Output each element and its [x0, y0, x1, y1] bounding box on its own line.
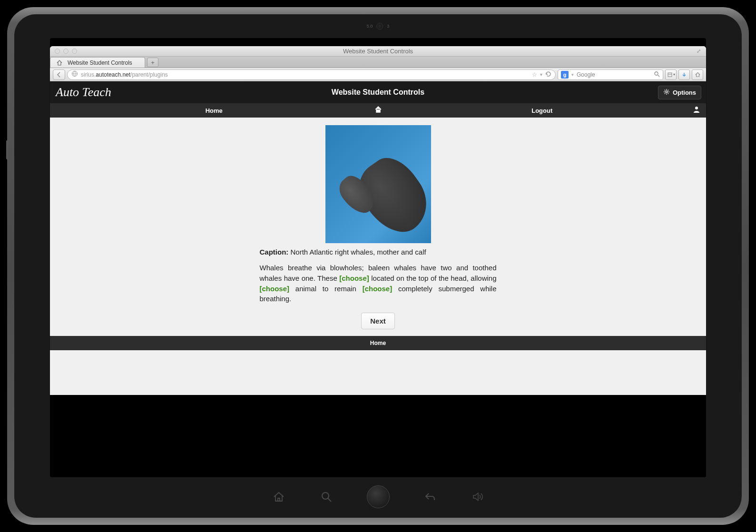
toolbar-menu-button[interactable]: ▾ — [665, 69, 677, 80]
page-title: Website Student Controls — [50, 88, 706, 97]
footer-home-link[interactable]: Home — [370, 340, 386, 346]
tablet-home-icon[interactable] — [272, 490, 286, 504]
browser-tab[interactable]: Website Student Controls — [50, 57, 145, 68]
app-header: Auto Teach Website Student Controls Opti… — [50, 81, 706, 103]
url-text: sirius.autoteach.net/parent/plugins — [81, 71, 529, 78]
tab-favicon — [56, 59, 63, 66]
tablet-frame: 5.0 3 Website Student Controls ⤢ — [7, 7, 749, 525]
search-placeholder: Google — [577, 71, 651, 78]
caption-label: Caption: — [260, 248, 289, 256]
lesson-image — [325, 125, 431, 243]
svg-line-2 — [658, 75, 660, 77]
download-button[interactable] — [678, 69, 690, 80]
home-button[interactable] — [692, 69, 703, 80]
app-footer: Home — [50, 336, 706, 350]
options-label: Options — [673, 89, 696, 96]
nav-back-button[interactable] — [53, 69, 65, 80]
tablet-screen: Website Student Controls ⤢ Website Stude… — [50, 38, 706, 477]
tab-bar: Website Student Controls + — [50, 57, 706, 68]
nav-logout-link[interactable]: Logout — [531, 107, 552, 114]
caption-text: North Atlantic right whales, mother and … — [288, 248, 426, 256]
user-icon[interactable] — [693, 106, 700, 115]
home-icon[interactable] — [374, 106, 382, 115]
svg-point-5 — [666, 91, 668, 93]
new-tab-button[interactable]: + — [147, 58, 158, 67]
tablet-side-button[interactable] — [6, 140, 8, 159]
nav-home-link[interactable]: Home — [206, 107, 223, 114]
lesson-body: Whales breathe via blowholes; baleen wha… — [260, 263, 497, 304]
svg-rect-3 — [668, 73, 672, 77]
next-button[interactable]: Next — [361, 313, 395, 329]
tablet-home-button[interactable] — [367, 485, 390, 508]
app-logo[interactable]: Auto Teach — [55, 88, 111, 98]
browser-window: Website Student Controls ⤢ Website Stude… — [50, 46, 706, 395]
svg-point-6 — [695, 107, 698, 109]
window-expand-icon[interactable]: ⤢ — [697, 48, 702, 54]
svg-line-8 — [328, 499, 331, 502]
window-titlebar: Website Student Controls ⤢ — [50, 46, 706, 57]
svg-point-1 — [655, 72, 658, 75]
dropdown-icon[interactable]: ▾ — [540, 72, 542, 77]
url-field[interactable]: sirius.autoteach.net/parent/plugins ☆ ▾ — [67, 69, 556, 80]
choose-dropdown-1[interactable]: [choose] — [339, 274, 369, 282]
reload-icon[interactable] — [545, 71, 551, 79]
svg-point-7 — [322, 493, 329, 499]
app-nav: Home Logout — [50, 103, 706, 118]
tablet-bezel: 5.0 3 Website Student Controls ⤢ — [14, 14, 742, 518]
lesson-container: Caption: North Atlantic right whales, mo… — [260, 125, 497, 329]
tab-label: Website Student Controls — [68, 59, 132, 66]
window-title: Website Student Controls — [50, 48, 706, 55]
tablet-back-icon[interactable] — [423, 490, 437, 504]
url-toolbar: sirius.autoteach.net/parent/plugins ☆ ▾ … — [50, 68, 706, 81]
search-icon — [654, 71, 660, 79]
tablet-bottom-bar — [272, 485, 485, 508]
search-field[interactable]: g ▾ Google — [558, 69, 663, 80]
dropdown-icon[interactable]: ▾ — [571, 72, 574, 77]
tablet-search-icon[interactable] — [319, 490, 334, 504]
choose-dropdown-3[interactable]: [choose] — [363, 285, 393, 293]
gear-icon — [663, 89, 670, 97]
bookmark-star-icon[interactable]: ☆ — [532, 71, 537, 78]
globe-icon — [71, 70, 78, 79]
options-button[interactable]: Options — [658, 86, 701, 99]
tablet-camera — [376, 23, 383, 30]
caption-line: Caption: North Atlantic right whales, mo… — [260, 248, 497, 256]
tablet-top-indicators: 5.0 3 — [367, 23, 390, 30]
choose-dropdown-2[interactable]: [choose] — [260, 285, 290, 293]
tablet-volume-icon[interactable] — [471, 490, 485, 504]
page-viewport: Auto Teach Website Student Controls Opti… — [50, 81, 706, 395]
search-engine-icon: g — [561, 71, 569, 79]
content-area: Caption: North Atlantic right whales, mo… — [50, 118, 706, 350]
